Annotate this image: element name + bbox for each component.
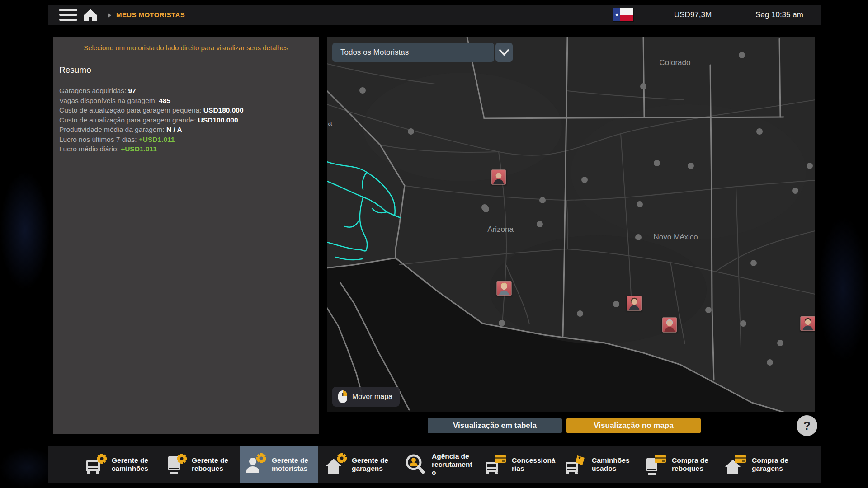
nav-garage-purchase[interactable]: Compra de garagens bbox=[720, 446, 798, 483]
top-bar: MEUS MOTORISTAS ★ USD97,3M Seg 10:35 am bbox=[48, 5, 821, 25]
driver-details-panel: Selecione um motorista do lado direito p… bbox=[53, 37, 319, 434]
driver-filter-select[interactable]: Todos os Motoristas bbox=[332, 43, 494, 62]
map-view-button[interactable]: Visualização no mapa bbox=[566, 418, 701, 433]
stat-profit-daily: Lucro médio diário: +USD1.011 bbox=[59, 144, 319, 154]
world-glow-right bbox=[818, 217, 868, 361]
bottom-nav-bar: Gerente de caminhões Gerente de reboques… bbox=[48, 446, 821, 483]
house-card-icon bbox=[723, 453, 748, 476]
stat-free-slots: Vagas disponíveis na garagem: 485 bbox=[59, 96, 319, 106]
trailer-card-icon bbox=[643, 453, 668, 476]
world-glow-bottom-left bbox=[0, 447, 54, 488]
nav-used-trucks[interactable]: Caminhões usados bbox=[560, 446, 638, 483]
nav-driver-manager[interactable]: Gerente de motoristas bbox=[240, 446, 318, 483]
truck-gear-icon bbox=[83, 453, 108, 476]
game-time: Seg 10:35 am bbox=[755, 10, 803, 19]
driver-marker[interactable] bbox=[491, 169, 506, 184]
map-canvas bbox=[327, 37, 815, 412]
stat-productivity: Produtividade média da garagem: N / A bbox=[59, 125, 319, 135]
move-map-button[interactable]: Mover mapa bbox=[332, 387, 400, 407]
driver-marker[interactable] bbox=[662, 318, 677, 333]
menu-icon[interactable] bbox=[59, 9, 77, 21]
stat-profit-7days: Lucro nos últimos 7 dias: +USD1.011 bbox=[59, 135, 319, 145]
money-balance: USD97,3M bbox=[674, 10, 712, 19]
texas-flag-icon: ★ bbox=[613, 8, 633, 21]
nav-label: Concessioná rias bbox=[512, 456, 555, 473]
nav-recruitment-agency[interactable]: Agência de recrutament o bbox=[400, 446, 478, 483]
drivers-map[interactable]: Todos os Motoristas Mover mapa ColoradoA… bbox=[327, 37, 815, 412]
nav-label: Agência de recrutament o bbox=[432, 452, 472, 477]
nav-label: Gerente de caminhões bbox=[112, 456, 148, 473]
trailer-gear-icon bbox=[163, 453, 188, 476]
mouse-icon bbox=[338, 390, 348, 404]
nav-truck-manager[interactable]: Gerente de caminhões bbox=[80, 446, 158, 483]
stat-upgrade-large: Custo de atualização para garagem grande… bbox=[59, 115, 319, 125]
help-button[interactable]: ? bbox=[797, 415, 817, 436]
home-icon[interactable] bbox=[83, 8, 98, 22]
chevron-right-icon bbox=[107, 12, 112, 20]
nav-garage-manager[interactable]: Gerente de garagens bbox=[320, 446, 398, 483]
truck-tag-icon bbox=[563, 453, 588, 476]
nav-label: Gerente de reboques bbox=[192, 456, 228, 473]
truck-card-icon bbox=[483, 453, 508, 476]
flag-star: ★ bbox=[613, 8, 620, 21]
nav-label: Caminhões usados bbox=[592, 456, 630, 473]
app-window: MEUS MOTORISTAS ★ USD97,3M Seg 10:35 am … bbox=[0, 0, 868, 488]
driver-filter: Todos os Motoristas bbox=[332, 43, 513, 62]
world-glow-left bbox=[0, 172, 50, 289]
magnifier-person-icon bbox=[403, 453, 428, 476]
nav-label: Compra de reboques bbox=[672, 456, 708, 473]
nav-label: Compra de garagens bbox=[752, 456, 788, 473]
stat-garages-owned: Garagens adquiridas: 97 bbox=[59, 86, 319, 96]
summary-title: Resumo bbox=[59, 65, 319, 75]
nav-trailer-manager[interactable]: Gerente de reboques bbox=[160, 446, 238, 483]
nav-trailer-purchase[interactable]: Compra de reboques bbox=[640, 446, 718, 483]
breadcrumb: MEUS MOTORISTAS bbox=[116, 11, 185, 19]
chevron-down-icon[interactable] bbox=[495, 43, 513, 62]
driver-marker[interactable] bbox=[800, 316, 815, 331]
person-gear-icon bbox=[243, 453, 268, 476]
move-map-label: Mover mapa bbox=[352, 393, 392, 401]
nav-dealerships[interactable]: Concessioná rias bbox=[480, 446, 558, 483]
summary-stats: Garagens adquiridas: 97 Vagas disponívei… bbox=[59, 86, 319, 154]
house-gear-icon bbox=[323, 453, 348, 476]
nav-label: Gerente de garagens bbox=[352, 456, 388, 473]
stat-upgrade-small: Custo de atualização para garagem pequen… bbox=[59, 105, 319, 115]
table-view-button[interactable]: Visualização em tabela bbox=[428, 418, 562, 433]
nav-label: Gerente de motoristas bbox=[272, 456, 308, 473]
select-driver-hint: Selecione um motorista do lado direito p… bbox=[61, 44, 311, 52]
driver-marker[interactable] bbox=[627, 296, 642, 311]
driver-marker[interactable] bbox=[497, 281, 512, 296]
